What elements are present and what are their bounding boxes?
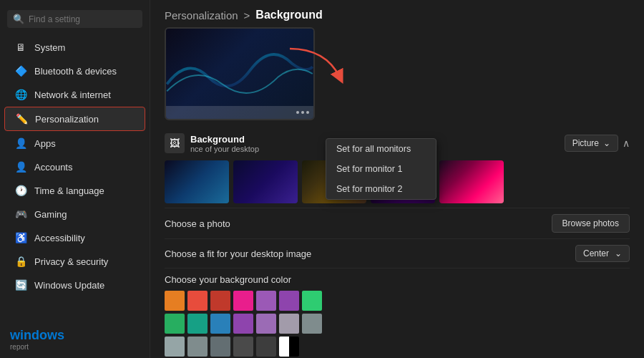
browse-photos-button[interactable]: Browse photos bbox=[552, 214, 630, 233]
sidebar-label-network: Network & internet bbox=[34, 90, 111, 100]
picture-dropdown[interactable]: Picture ⌄ bbox=[565, 135, 618, 152]
photo-thumb-5[interactable] bbox=[439, 160, 504, 203]
main-content: Personalization > Background bbox=[150, 0, 644, 358]
accounts-icon: 👤 bbox=[14, 160, 27, 173]
privacy-icon: 🔒 bbox=[14, 255, 27, 268]
color-swatch[interactable] bbox=[187, 291, 208, 311]
page-header: Personalization > Background bbox=[150, 0, 644, 27]
choose-photo-row: Choose a photo Browse photos bbox=[165, 208, 630, 238]
context-menu-item[interactable]: Set for monitor 2 bbox=[326, 179, 436, 199]
sidebar-item-accounts[interactable]: 👤Accounts bbox=[4, 155, 145, 178]
breadcrumb-parent[interactable]: Personalization bbox=[165, 9, 238, 21]
sidebar-item-time[interactable]: 🕐Time & language bbox=[4, 179, 145, 202]
context-menu-item[interactable]: Set for all monitors bbox=[326, 139, 436, 159]
fit-dropdown[interactable]: Center ⌄ bbox=[575, 245, 630, 262]
photo-thumb-2[interactable] bbox=[233, 160, 298, 203]
color-row-1 bbox=[165, 314, 630, 334]
content-area: Set for all monitorsSet for monitor 1Set… bbox=[150, 27, 644, 358]
search-input[interactable] bbox=[29, 14, 137, 24]
system-icon: 🖥 bbox=[14, 41, 27, 54]
accessibility-icon: ♿ bbox=[14, 231, 27, 244]
personalization-icon: ✏️ bbox=[15, 112, 28, 125]
photo-thumb-1[interactable] bbox=[165, 160, 229, 203]
fit-row: Choose a fit for your desktop image Cent… bbox=[165, 238, 630, 268]
color-row-0 bbox=[165, 291, 630, 311]
fit-label: Choose a fit for your desktop image bbox=[165, 248, 311, 259]
sidebar-label-privacy: Privacy & security bbox=[34, 256, 108, 267]
background-text: Background nce of your desktop bbox=[190, 134, 259, 153]
browse-photos-control: Browse photos bbox=[552, 214, 630, 233]
sidebar-label-bluetooth: Bluetooth & devices bbox=[34, 66, 117, 77]
sidebar-item-accessibility[interactable]: ♿Accessibility bbox=[4, 226, 145, 249]
choose-photo-label: Choose a photo bbox=[165, 218, 230, 229]
update-icon: 🔄 bbox=[14, 279, 27, 291]
brand-logo: windows bbox=[10, 328, 140, 343]
color-swatch[interactable] bbox=[210, 337, 230, 357]
chevron-down-icon: ⌄ bbox=[615, 248, 622, 258]
sidebar-label-accessibility: Accessibility bbox=[34, 233, 85, 243]
color-grid bbox=[165, 291, 630, 357]
bluetooth-icon: 🔷 bbox=[14, 64, 27, 77]
chevron-down-icon: ⌄ bbox=[603, 138, 610, 148]
search-bar[interactable]: 🔍 bbox=[7, 10, 142, 28]
color-swatch[interactable] bbox=[210, 291, 230, 311]
time-icon: 🕐 bbox=[14, 184, 27, 197]
sidebar-label-update: Windows Update bbox=[34, 280, 104, 291]
color-swatch[interactable] bbox=[279, 337, 299, 357]
bg-subtitle: nce of your desktop bbox=[190, 145, 259, 153]
expand-icon[interactable]: ∧ bbox=[623, 137, 630, 149]
sidebar-item-system[interactable]: 🖥System bbox=[4, 36, 145, 59]
sidebar-item-gaming[interactable]: 🎮Gaming bbox=[4, 203, 145, 226]
color-swatch[interactable] bbox=[187, 337, 208, 357]
search-icon: 🔍 bbox=[13, 14, 24, 24]
color-swatch[interactable] bbox=[165, 291, 185, 311]
brand-sub: report bbox=[10, 343, 140, 351]
sidebar-label-personalization: Personalization bbox=[35, 114, 99, 125]
sidebar-label-time: Time & language bbox=[34, 185, 104, 196]
color-swatch[interactable] bbox=[233, 337, 253, 357]
apps-icon: 👤 bbox=[14, 137, 27, 150]
breadcrumb-separator: > bbox=[244, 9, 250, 21]
color-swatch[interactable] bbox=[233, 291, 253, 311]
color-swatch[interactable] bbox=[256, 291, 276, 311]
context-menu: Set for all monitorsSet for monitor 1Set… bbox=[326, 138, 436, 200]
color-swatch[interactable] bbox=[279, 314, 299, 334]
page-title: Background bbox=[255, 9, 322, 21]
color-swatch[interactable] bbox=[302, 314, 322, 334]
fit-control: Center ⌄ bbox=[575, 245, 630, 262]
color-swatch[interactable] bbox=[210, 314, 230, 334]
monitor-preview bbox=[165, 27, 315, 120]
network-icon: 🌐 bbox=[14, 88, 27, 101]
sidebar-item-update[interactable]: 🔄Windows Update bbox=[4, 274, 145, 296]
color-swatch[interactable] bbox=[279, 291, 299, 311]
sidebar-item-apps[interactable]: 👤Apps bbox=[4, 132, 145, 155]
color-swatch[interactable] bbox=[165, 337, 185, 357]
sidebar-label-apps: Apps bbox=[34, 138, 56, 149]
color-swatch[interactable] bbox=[256, 337, 276, 357]
color-swatch[interactable] bbox=[256, 314, 276, 334]
color-swatch[interactable] bbox=[187, 314, 208, 334]
color-section: Choose your background color bbox=[165, 268, 630, 358]
color-row-2 bbox=[165, 337, 630, 357]
gaming-icon: 🎮 bbox=[14, 208, 27, 221]
sidebar-item-privacy[interactable]: 🔒Privacy & security bbox=[4, 250, 145, 273]
background-icon: 🖼 bbox=[165, 133, 185, 153]
sidebar-label-accounts: Accounts bbox=[34, 162, 72, 173]
sidebar-item-network[interactable]: 🌐Network & internet bbox=[4, 83, 145, 106]
sidebar-branding: windows report bbox=[0, 321, 150, 358]
sidebar-item-bluetooth[interactable]: 🔷Bluetooth & devices bbox=[4, 59, 145, 82]
color-swatch[interactable] bbox=[233, 314, 253, 334]
color-swatch[interactable] bbox=[165, 314, 185, 334]
color-label: Choose your background color bbox=[165, 274, 630, 285]
sidebar-item-personalization[interactable]: ✏️Personalization bbox=[4, 107, 145, 131]
color-swatch[interactable] bbox=[302, 291, 322, 311]
bg-title: Background bbox=[190, 134, 259, 145]
context-menu-item[interactable]: Set for monitor 1 bbox=[326, 159, 436, 179]
sidebar-label-gaming: Gaming bbox=[34, 209, 67, 220]
sidebar: 🔍 🖥System🔷Bluetooth & devices🌐Network & … bbox=[0, 0, 150, 358]
background-type-control: Picture ⌄ ∧ bbox=[565, 135, 630, 152]
sidebar-label-system: System bbox=[34, 42, 65, 53]
